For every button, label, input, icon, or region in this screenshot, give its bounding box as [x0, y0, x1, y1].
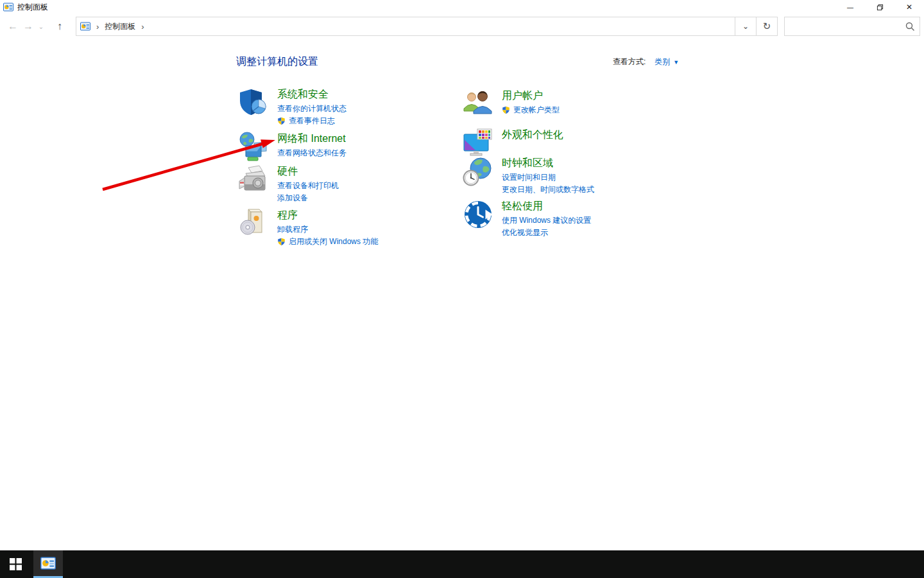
category-task-link[interactable]: 查看设备和打印机	[277, 180, 339, 192]
category-task-link[interactable]: 查看事件日志	[277, 115, 346, 127]
category-title-link[interactable]: 轻松使用	[502, 200, 591, 213]
start-button[interactable]	[0, 550, 31, 578]
breadcrumb-chevron-icon[interactable]: ›	[141, 22, 144, 31]
task-link-label: 更改日期、时间或数字格式	[502, 184, 594, 196]
hardware-icon[interactable]	[238, 164, 269, 195]
category-text: 硬件查看设备和打印机添加设备	[277, 164, 339, 204]
category-text: 外观和个性化	[502, 128, 563, 143]
window-controls: — ✕	[835, 0, 924, 14]
category-network-internet: 网络和 Internet查看网络状态和任务	[238, 132, 346, 162]
task-link-label: 查看网络状态和任务	[277, 147, 346, 159]
up-arrow-icon: ↑	[57, 21, 62, 32]
recent-pages-button[interactable]: ⌄	[36, 17, 46, 35]
windows-logo-icon	[10, 558, 22, 570]
category-title-link[interactable]: 用户帐户	[502, 89, 560, 102]
category-title-link[interactable]: 网络和 Internet	[277, 132, 346, 145]
category-task-link[interactable]: 更改帐户类型	[502, 104, 560, 116]
task-link-label: 查看你的计算机状态	[277, 103, 346, 115]
category-task-link[interactable]: 添加设备	[277, 192, 339, 204]
category-title-link[interactable]: 系统和安全	[277, 88, 346, 101]
page-title: 调整计算机的设置	[236, 55, 318, 69]
control-panel-icon	[40, 556, 56, 571]
view-by-label: 查看方式:	[613, 57, 646, 67]
taskbar-app-control-panel[interactable]	[33, 550, 63, 578]
category-task-link[interactable]: 查看网络状态和任务	[277, 147, 346, 159]
uac-shield-icon	[502, 105, 510, 115]
refresh-icon: ↻	[763, 21, 771, 32]
minimize-icon: —	[847, 4, 853, 11]
close-button[interactable]: ✕	[894, 0, 924, 14]
task-link-label: 设置时间和日期	[502, 171, 556, 184]
category-task-link[interactable]: 查看你的计算机状态	[277, 103, 346, 115]
address-bar[interactable]: › 控制面板 › ⌄ ↻	[76, 17, 778, 36]
category-text: 程序卸载程序启用或关闭 Windows 功能	[277, 208, 378, 248]
task-link-label: 卸载程序	[277, 223, 308, 236]
view-by-dropdown[interactable]: 类别 ▼	[654, 57, 679, 67]
ease-of-access-icon[interactable]	[463, 199, 493, 230]
category-task-link[interactable]: 设置时间和日期	[502, 171, 594, 184]
forward-button[interactable]: →	[21, 17, 36, 35]
back-button[interactable]: ←	[5, 17, 21, 35]
back-icon: ←	[8, 21, 18, 32]
search-box	[784, 17, 920, 36]
task-link-label: 查看设备和打印机	[277, 180, 339, 192]
caret-down-icon: ▼	[673, 59, 679, 66]
category-task-link[interactable]: 卸载程序	[277, 223, 378, 236]
breadcrumb-chevron-icon: ›	[96, 22, 99, 31]
address-dropdown-button[interactable]: ⌄	[735, 17, 756, 35]
window-title: 控制面板	[17, 2, 48, 13]
forward-icon: →	[23, 21, 33, 32]
view-by-control: 查看方式: 类别 ▼	[613, 57, 679, 67]
category-hardware: 硬件查看设备和打印机添加设备	[238, 164, 339, 204]
refresh-button[interactable]: ↻	[756, 17, 777, 35]
search-icon	[905, 22, 915, 31]
breadcrumb-control-panel[interactable]: 控制面板	[105, 21, 135, 32]
category-title-link[interactable]: 时钟和区域	[502, 157, 594, 170]
uac-shield-icon	[277, 116, 286, 126]
taskbar	[0, 550, 924, 578]
category-task-link[interactable]: 优化视觉显示	[502, 227, 591, 239]
up-button[interactable]: ↑	[51, 17, 68, 35]
restore-icon	[877, 4, 884, 11]
control-panel-icon	[80, 21, 90, 31]
category-text: 系统和安全查看你的计算机状态查看事件日志	[277, 87, 346, 127]
network-internet-icon[interactable]	[238, 132, 269, 162]
category-title-link[interactable]: 外观和个性化	[502, 128, 563, 141]
appearance-icon[interactable]	[463, 128, 493, 159]
category-clock-region: 时钟和区域设置时间和日期更改日期、时间或数字格式	[463, 156, 594, 196]
category-task-link[interactable]: 启用或关闭 Windows 功能	[277, 236, 378, 248]
task-link-label: 添加设备	[277, 192, 308, 204]
category-text: 时钟和区域设置时间和日期更改日期、时间或数字格式	[502, 156, 594, 196]
minimize-button[interactable]: —	[835, 0, 865, 14]
category-system-security: 系统和安全查看你的计算机状态查看事件日志	[238, 87, 346, 127]
task-link-label: 使用 Windows 建议的设置	[502, 215, 591, 227]
category-text: 轻松使用使用 Windows 建议的设置优化视觉显示	[502, 199, 591, 239]
category-ease-of-access: 轻松使用使用 Windows 建议的设置优化视觉显示	[463, 199, 591, 239]
chevron-down-icon: ⌄	[742, 22, 749, 31]
user-accounts-icon[interactable]	[463, 89, 493, 119]
title-bar: 控制面板	[0, 0, 924, 14]
restore-button[interactable]	[865, 0, 894, 14]
category-title-link[interactable]: 硬件	[277, 165, 339, 178]
task-link-label: 查看事件日志	[289, 115, 335, 127]
chevron-down-icon: ⌄	[38, 23, 44, 30]
category-text: 网络和 Internet查看网络状态和任务	[277, 132, 346, 159]
navigation-bar: ← → ⌄ ↑ › 控制面板 › ⌄ ↻	[0, 14, 924, 39]
category-text: 用户帐户更改帐户类型	[502, 89, 560, 116]
category-programs: 程序卸载程序启用或关闭 Windows 功能	[238, 208, 378, 248]
category-user-accounts: 用户帐户更改帐户类型	[463, 89, 560, 119]
task-link-label: 启用或关闭 Windows 功能	[289, 236, 378, 248]
category-title-link[interactable]: 程序	[277, 209, 378, 222]
view-by-value: 类别	[654, 57, 670, 67]
category-task-link[interactable]: 使用 Windows 建议的设置	[502, 215, 591, 227]
close-icon: ✕	[906, 3, 912, 12]
task-link-label: 更改帐户类型	[513, 104, 560, 116]
control-panel-icon	[3, 2, 13, 12]
category-task-link[interactable]: 更改日期、时间或数字格式	[502, 184, 594, 196]
search-input[interactable]	[785, 17, 920, 35]
programs-icon[interactable]	[238, 208, 269, 239]
category-appearance: 外观和个性化	[463, 128, 563, 159]
task-link-label: 优化视觉显示	[502, 227, 548, 239]
clock-region-icon[interactable]	[463, 156, 493, 187]
system-security-icon[interactable]	[238, 87, 269, 118]
